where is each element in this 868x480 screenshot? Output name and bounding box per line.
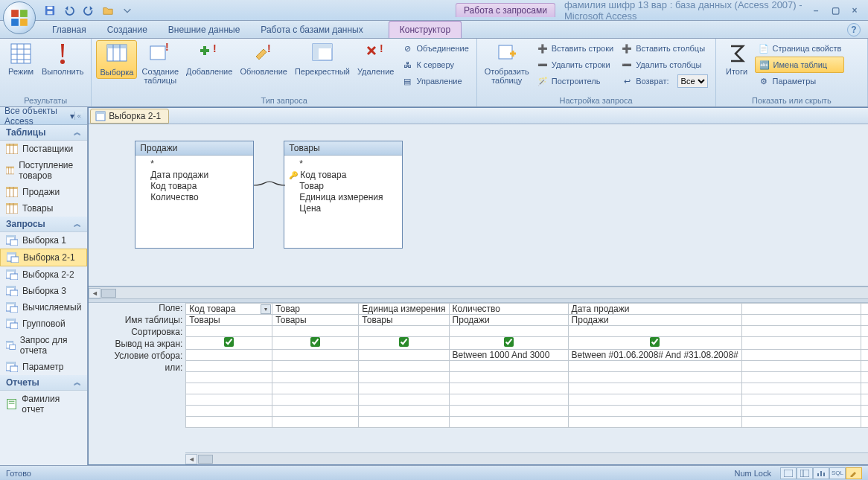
grid-empty-cell[interactable] xyxy=(449,406,568,417)
grid-empty-cell[interactable] xyxy=(568,383,741,394)
redo-button[interactable] xyxy=(80,2,97,19)
grid-criteria-cell[interactable] xyxy=(741,350,861,361)
grid-sort-cell[interactable] xyxy=(449,326,568,337)
grid-show-cell[interactable] xyxy=(449,337,568,350)
grid-empty-cell[interactable] xyxy=(359,406,449,417)
grid-empty-cell[interactable] xyxy=(272,394,359,406)
property-sheet-button[interactable]: 📄Страница свойств xyxy=(755,40,845,57)
grid-empty-cell[interactable] xyxy=(359,417,449,428)
nav-query-item[interactable]: Вычисляемый xyxy=(0,299,87,316)
grid-empty-cell[interactable] xyxy=(568,417,741,428)
open-button[interactable] xyxy=(100,2,116,19)
grid-criteria-cell[interactable]: Between #01.06.2008# And #31.08.2008# xyxy=(568,350,741,361)
grid-empty-cell[interactable] xyxy=(186,394,272,406)
grid-show-cell[interactable] xyxy=(272,337,359,350)
update-button[interactable]: ! Обновление xyxy=(237,40,290,77)
nav-table-item[interactable]: Поступление товаров xyxy=(0,157,87,184)
grid-sort-cell[interactable] xyxy=(186,326,272,337)
tab-create[interactable]: Создание xyxy=(97,22,158,38)
grid-empty-cell[interactable] xyxy=(741,383,861,394)
grid-hscroll[interactable]: ◄► xyxy=(185,452,868,464)
nav-query-item[interactable]: Запрос для отчета xyxy=(0,332,87,359)
save-button[interactable] xyxy=(42,2,58,19)
grid-empty-cell[interactable] xyxy=(272,417,359,428)
grid-sort-cell[interactable] xyxy=(568,326,741,337)
grid-empty-cell[interactable] xyxy=(861,417,868,428)
tab-home[interactable]: Главная xyxy=(42,22,97,38)
return-select[interactable]: Все xyxy=(677,74,708,88)
grid-sort-cell[interactable] xyxy=(741,326,861,337)
grid-empty-cell[interactable] xyxy=(272,361,359,372)
grid-criteria-cell[interactable] xyxy=(359,350,449,361)
grid-empty-cell[interactable] xyxy=(186,372,272,383)
grid-empty-cell[interactable] xyxy=(568,372,741,383)
nav-query-item[interactable]: Параметр xyxy=(0,359,87,375)
grid-table-cell[interactable]: Товары xyxy=(186,315,272,326)
close-button[interactable]: × xyxy=(847,4,862,17)
grid-empty-cell[interactable] xyxy=(449,372,568,383)
grid-empty-cell[interactable] xyxy=(568,394,741,406)
grid-field-cell[interactable]: Код товара▾ xyxy=(186,304,272,315)
grid-empty-cell[interactable] xyxy=(272,383,359,394)
help-icon[interactable]: ? xyxy=(847,23,861,36)
append-button[interactable]: ! Добавление xyxy=(183,40,235,77)
nav-table-item[interactable]: Продажи xyxy=(0,184,87,200)
union-button[interactable]: ⊘Объединение xyxy=(398,40,471,57)
navpane-collapse[interactable]: « xyxy=(74,112,83,120)
grid-field-cell[interactable]: Дата продажи xyxy=(568,304,741,315)
nav-table-item[interactable]: Товары xyxy=(0,200,87,217)
grid-show-cell[interactable] xyxy=(359,337,449,350)
passthrough-button[interactable]: 🖧К серверу xyxy=(398,57,471,73)
table-box-prodazhi[interactable]: Продажи * Дата продажиКод товараКоличест… xyxy=(135,141,254,249)
grid-empty-cell[interactable] xyxy=(861,394,868,406)
nav-query-item[interactable]: Выборка 2-2 xyxy=(0,266,87,283)
nav-table-item[interactable]: Поставщики xyxy=(0,141,87,157)
grid-criteria-cell[interactable] xyxy=(861,350,868,361)
view-datasheet[interactable] xyxy=(780,467,797,479)
join-line[interactable] xyxy=(254,180,285,191)
grid-empty-cell[interactable] xyxy=(861,406,868,417)
grid-empty-cell[interactable] xyxy=(568,406,741,417)
view-chart[interactable] xyxy=(813,467,829,479)
tab-design[interactable]: Конструктор xyxy=(389,21,462,38)
grid-empty-cell[interactable] xyxy=(568,361,741,372)
grid-criteria-cell[interactable] xyxy=(272,350,359,361)
grid-empty-cell[interactable] xyxy=(186,417,272,428)
nav-section-queries-header[interactable]: Запросы︽ xyxy=(0,217,87,232)
view-button[interactable]: Режим xyxy=(4,40,37,77)
show-checkbox[interactable] xyxy=(224,337,234,347)
grid-table-cell[interactable] xyxy=(741,315,861,326)
tab-database-tools[interactable]: Работа с базами данных xyxy=(250,22,373,38)
dropdown-icon[interactable]: ▾ xyxy=(261,304,271,314)
grid-empty-cell[interactable] xyxy=(359,383,449,394)
grid-empty-cell[interactable] xyxy=(449,383,568,394)
crosstab-button[interactable]: Перекрестный xyxy=(292,40,353,77)
delete-rows-button[interactable]: ➖Удалить строки xyxy=(534,57,616,73)
grid-empty-cell[interactable] xyxy=(741,406,861,417)
view-pivot[interactable] xyxy=(797,467,813,479)
grid-empty-cell[interactable] xyxy=(741,361,861,372)
document-tab[interactable]: Выборка 2-1 xyxy=(90,109,169,124)
nav-section-reports-header[interactable]: Отчеты︽ xyxy=(0,375,87,391)
grid-table-cell[interactable]: Продажи xyxy=(568,315,741,326)
nav-report-item[interactable]: Фамилия отчет xyxy=(0,391,87,417)
grid-show-cell[interactable] xyxy=(568,337,741,350)
table-names-button[interactable]: 🔤Имена таблиц xyxy=(755,57,845,73)
view-sql[interactable]: SQL xyxy=(829,467,846,479)
grid-empty-cell[interactable] xyxy=(186,361,272,372)
grid-table-cell[interactable]: Товары xyxy=(359,315,449,326)
grid-empty-cell[interactable] xyxy=(359,372,449,383)
design-grid[interactable]: Код товара▾ТоварЕдиница измеренияКоличес… xyxy=(185,303,868,452)
insert-rows-button[interactable]: ➕Вставить строки xyxy=(534,40,616,57)
grid-sort-cell[interactable] xyxy=(272,326,359,337)
select-query-button[interactable]: Выборка xyxy=(96,40,137,79)
grid-field-cell[interactable]: Количество xyxy=(449,304,568,315)
nav-section-tables-header[interactable]: Таблицы︽ xyxy=(0,125,87,141)
maximize-button[interactable]: ▢ xyxy=(828,4,843,17)
show-checkbox[interactable] xyxy=(399,337,409,347)
grid-field-cell[interactable] xyxy=(861,304,868,315)
navpane-header[interactable]: Все объекты Access ▾ « xyxy=(0,107,87,125)
grid-empty-cell[interactable] xyxy=(741,372,861,383)
grid-field-cell[interactable] xyxy=(741,304,861,315)
design-upper-pane[interactable]: Продажи * Дата продажиКод товараКоличест… xyxy=(89,124,868,287)
